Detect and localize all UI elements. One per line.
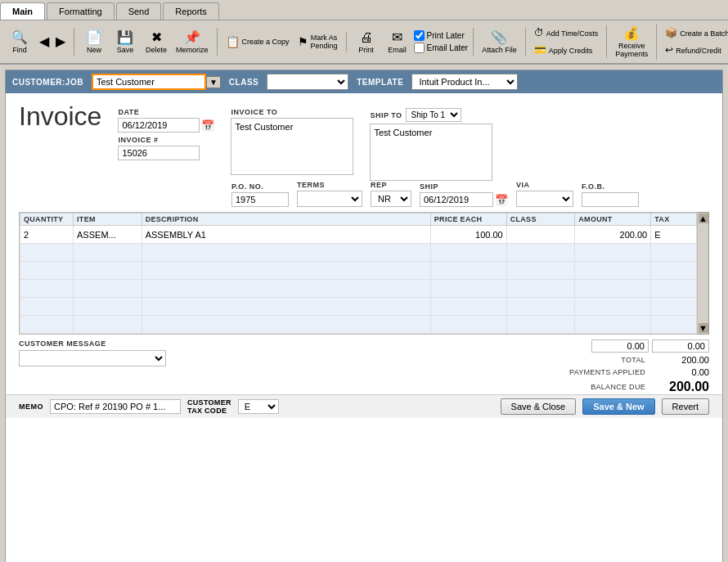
delete-button[interactable]: ✖ Delete	[142, 28, 171, 56]
items-table-wrap: QUANTITY ITEM DESCRIPTION PRICE EACH CLA…	[19, 212, 698, 335]
balance-due-label: BALANCE DUE	[547, 383, 645, 391]
copy-icon: 📋	[226, 35, 240, 48]
prev-button[interactable]: ◀	[36, 32, 52, 52]
table-scrollbar[interactable]: ▲ ▼	[698, 212, 709, 335]
table-row	[20, 298, 697, 316]
cell-item[interactable]: ASSEM...	[74, 226, 142, 244]
po-field: P.O. NO.	[231, 182, 289, 207]
total-row: TOTAL 200.00	[547, 355, 709, 365]
attach-file-button[interactable]: 📎 Attach File	[479, 28, 520, 56]
delete-icon: ✖	[151, 29, 162, 45]
terms-select[interactable]	[297, 191, 362, 207]
tax-box-2[interactable]	[652, 339, 709, 353]
customer-tax-code-select[interactable]: E	[238, 399, 279, 414]
email-later-option[interactable]: Email Later	[414, 43, 469, 53]
invoice-title-area: Invoice	[19, 101, 101, 138]
tab-main[interactable]: Main	[0, 2, 45, 20]
fob-field: F.O.B.	[582, 182, 639, 207]
customer-message-select[interactable]	[19, 350, 166, 366]
print-later-checkbox[interactable]	[414, 30, 425, 41]
payments-applied-row: PAYMENTS APPLIED 0.00	[547, 367, 709, 377]
tax-box-1[interactable]	[591, 339, 649, 353]
toolbar-receive-group: 💰 Receive Payments	[612, 24, 657, 60]
revert-button[interactable]: Revert	[662, 398, 709, 415]
save-close-button[interactable]: Save & Close	[501, 398, 577, 415]
invoice-to-box[interactable]: Test Customer	[231, 118, 353, 175]
memorize-button[interactable]: 📌 Memorize	[173, 28, 212, 56]
toolbar-copy-group: 📋 Create a Copy ⚑ Mark As Pending	[222, 32, 347, 52]
tax-boxes	[591, 339, 709, 353]
email-later-checkbox[interactable]	[414, 43, 425, 53]
col-price: PRICE EACH	[430, 214, 506, 226]
rep-select[interactable]: NR	[371, 191, 411, 207]
ship-to-box[interactable]: Test Customer	[370, 124, 492, 181]
add-time-button[interactable]: ⏱ Add Time/Costs	[531, 25, 602, 41]
refund-credit-button[interactable]: ↩ Refund/Credit	[662, 43, 728, 58]
print-later-option[interactable]: Print Later	[414, 30, 469, 41]
ship-date-input[interactable]	[420, 192, 493, 207]
create-batch-button[interactable]: 📦 Create a Batch	[662, 25, 728, 41]
receive-payments-button[interactable]: 💰 Receive Payments	[612, 24, 651, 60]
class-select[interactable]	[267, 74, 348, 90]
col-tax: TAX	[651, 214, 697, 226]
date-label: DATE	[118, 108, 214, 116]
print-button[interactable]: 🖨 Print	[352, 29, 381, 56]
col-amount: AMOUNT	[575, 214, 651, 226]
mark-pending-button[interactable]: ⚑ Mark As Pending	[294, 32, 341, 52]
customer-job-input[interactable]	[92, 74, 206, 90]
date-calendar-icon[interactable]: 📅	[201, 119, 214, 132]
fob-input[interactable]	[582, 192, 639, 207]
find-icon: 🔍	[11, 29, 28, 45]
invoice-body: Invoice DATE 📅 INVOICE # INVOICE	[6, 93, 722, 207]
po-input[interactable]	[231, 192, 289, 207]
items-table-container: QUANTITY ITEM DESCRIPTION PRICE EACH CLA…	[19, 212, 709, 335]
credits-icon: 💳	[534, 44, 546, 56]
invoice-to-label: INVOICE TO	[231, 108, 353, 116]
table-row	[20, 280, 697, 298]
create-copy-button[interactable]: 📋 Create a Copy	[222, 34, 293, 51]
scroll-up-btn[interactable]: ▲	[699, 214, 708, 223]
via-label: VIA	[516, 181, 573, 189]
tab-formatting[interactable]: Formatting	[47, 2, 115, 20]
table-row: 2 ASSEM... ASSEMBLY A1 100.00 200.00 E	[20, 226, 697, 244]
tab-reports[interactable]: Reports	[163, 2, 219, 20]
apply-credits-button[interactable]: 💳 Apply Credits	[531, 43, 602, 58]
new-button[interactable]: 📄 New	[79, 28, 109, 56]
save-button[interactable]: 💾 Save	[110, 28, 140, 56]
attach-icon: 📎	[491, 29, 507, 45]
table-row	[20, 262, 697, 280]
customer-dropdown-arrow[interactable]: ▼	[206, 76, 221, 88]
invoice-num-input[interactable]	[118, 146, 200, 160]
date-input[interactable]	[118, 118, 200, 133]
email-button[interactable]: ✉ Email	[383, 28, 412, 56]
cell-class[interactable]	[506, 226, 575, 244]
cell-description[interactable]: ASSEMBLY A1	[142, 226, 430, 244]
via-select[interactable]	[516, 191, 573, 207]
find-button[interactable]: 🔍 Find	[5, 28, 34, 56]
ship-calendar-icon[interactable]: 📅	[495, 194, 508, 206]
cell-tax[interactable]: E	[651, 226, 697, 244]
scroll-down-btn[interactable]: ▼	[699, 323, 708, 333]
customer-job-label: CUSTOMER:JOB	[12, 78, 83, 87]
time-credits-col: ⏱ Add Time/Costs 💳 Apply Credits	[531, 25, 602, 58]
save-icon: 💾	[117, 29, 133, 45]
tab-send[interactable]: Send	[116, 2, 162, 20]
toolbar-attach-group: 📎 Attach File	[479, 28, 526, 56]
next-button[interactable]: ▶	[52, 32, 69, 52]
memo-input[interactable]	[50, 399, 181, 414]
balance-due-value: 200.00	[652, 380, 709, 394]
payments-applied-value: 0.00	[652, 367, 709, 377]
table-row	[20, 244, 697, 262]
ship-to-select[interactable]: Ship To 1	[406, 108, 461, 122]
items-table: QUANTITY ITEM DESCRIPTION PRICE EACH CLA…	[20, 213, 697, 334]
cell-price[interactable]: 100.00	[430, 226, 506, 244]
customer-message-area: CUSTOMER MESSAGE	[19, 339, 539, 366]
memo-bar: MEMO CUSTOMER TAX CODE E Save & Close Sa…	[6, 394, 722, 418]
cell-amount[interactable]: 200.00	[575, 226, 651, 244]
items-table-header-row: QUANTITY ITEM DESCRIPTION PRICE EACH CLA…	[20, 214, 697, 226]
new-icon: 📄	[86, 29, 102, 45]
template-select[interactable]: Intuit Product In...	[411, 74, 518, 90]
save-new-button[interactable]: Save & New	[582, 398, 654, 415]
toolbar: 🔍 Find ◀ ▶ 📄 New 💾 Save ✖ Delete 📌 Memor…	[0, 20, 728, 65]
cell-quantity[interactable]: 2	[20, 226, 74, 244]
